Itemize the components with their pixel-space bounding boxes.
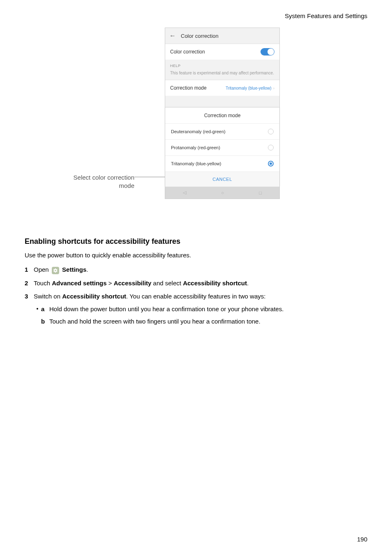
intro-paragraph: Use the power button to quickly enable a… <box>25 251 367 259</box>
nav-recent-icon[interactable]: □ <box>259 190 262 195</box>
text: Hold down the power button until you hea… <box>49 305 284 314</box>
text: Touch <box>34 280 52 287</box>
figure: Select color correction mode ← Color cor… <box>73 28 319 225</box>
text: and select <box>151 280 183 287</box>
dialog-title: Correction mode <box>165 108 279 123</box>
text: > <box>107 280 114 287</box>
screen-title: Color correction <box>181 33 219 39</box>
text-bold: Accessibility shortcut <box>62 293 126 300</box>
radio-icon[interactable] <box>268 129 274 134</box>
step-1: 1 Open Settings. <box>25 265 367 275</box>
text: . <box>86 266 88 273</box>
step-2: 2 Touch Advanced settings > Accessibilit… <box>25 279 367 288</box>
text-bold: Accessibility <box>114 280 152 287</box>
text: Open <box>34 266 51 273</box>
option-protanomaly[interactable]: Protanomaly (red-green) <box>165 139 279 155</box>
text-bold: Settings <box>62 266 86 273</box>
correction-mode-dialog: Correction mode Deuteranomaly (red-green… <box>165 107 279 187</box>
chapter-header: System Features and Settings <box>25 12 367 19</box>
option-label: Protanomaly (red-green) <box>171 145 220 150</box>
bullet-blank <box>34 317 41 326</box>
mode-label: Correction mode <box>170 85 207 91</box>
text: . <box>247 280 249 287</box>
step-number: 3 <box>25 292 34 301</box>
mode-value: Tritanomaly (blue-yellow) <box>226 86 271 90</box>
phone-screenshot: ← Color correction Color correction HELP… <box>165 28 280 199</box>
cancel-button[interactable]: CANCEL <box>165 171 279 187</box>
phone-header: ← Color correction <box>165 28 279 44</box>
help-text: This feature is experimental and may aff… <box>165 70 279 80</box>
nav-back-icon[interactable]: ◁ <box>183 190 186 195</box>
option-label: Tritanomaly (blue-yellow) <box>171 161 221 166</box>
color-correction-toggle-row[interactable]: Color correction <box>165 44 279 60</box>
section-heading: Enabling shortcuts for accessibility fea… <box>25 237 367 246</box>
option-deuteranomaly[interactable]: Deuteranomaly (red-green) <box>165 123 279 139</box>
sub-steps: • a Hold down the power button until you… <box>34 305 367 326</box>
sub-step-b: b Touch and hold the screen with two fin… <box>34 317 367 326</box>
spacer <box>165 96 279 107</box>
correction-mode-row[interactable]: Correction mode Tritanomaly (blue-yellow… <box>165 80 279 96</box>
text: Touch and hold the screen with two finge… <box>49 317 261 326</box>
step-3: 3 Switch on Accessibility shortcut. You … <box>25 292 367 330</box>
radio-icon[interactable] <box>268 161 274 166</box>
text-bold: Accessibility shortcut <box>183 280 247 287</box>
sub-letter: b <box>41 317 49 326</box>
body-text: Enabling shortcuts for accessibility fea… <box>25 237 367 330</box>
help-header: HELP <box>165 60 279 70</box>
toggle-label: Color correction <box>170 49 205 55</box>
text: . You can enable accessibility features … <box>126 293 265 300</box>
android-navbar: ◁ ○ □ <box>165 187 279 199</box>
option-tritanomaly[interactable]: Tritanomaly (blue-yellow) <box>165 155 279 171</box>
sub-letter: a <box>41 305 49 314</box>
option-label: Deuteranomaly (red-green) <box>171 129 226 134</box>
back-icon[interactable]: ← <box>169 32 176 39</box>
bullet-icon: • <box>34 305 41 313</box>
page-number: 190 <box>357 536 367 543</box>
sub-step-a: • a Hold down the power button until you… <box>34 305 367 314</box>
steps-list: 1 Open Settings. 2 Touch Advanced settin… <box>25 265 367 330</box>
text-bold: Advanced settings <box>52 280 106 287</box>
text: Switch on <box>34 293 62 300</box>
step-number: 2 <box>25 279 34 288</box>
callout-line <box>134 177 165 177</box>
nav-home-icon[interactable]: ○ <box>221 190 224 195</box>
toggle-switch[interactable] <box>261 48 274 56</box>
callout-label: Select color correction mode <box>73 173 134 190</box>
chevron-right-icon: › <box>273 86 274 90</box>
settings-icon <box>52 267 59 274</box>
step-number: 1 <box>25 265 34 275</box>
radio-icon[interactable] <box>268 145 274 150</box>
